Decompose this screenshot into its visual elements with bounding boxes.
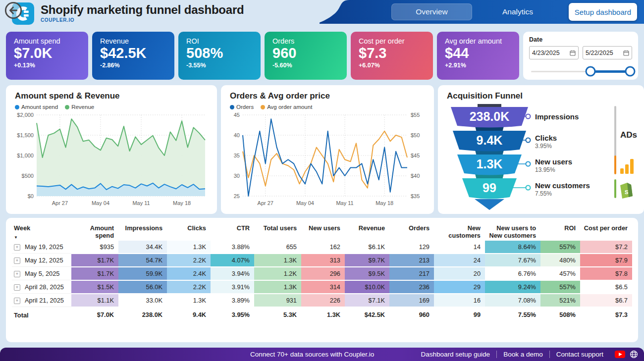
legend-item-revenue: Revenue: [65, 104, 94, 110]
svg-text:May 04: May 04: [92, 200, 109, 206]
footer-links: Dashboard setup guide Book a demo Contac…: [415, 350, 638, 359]
column-header-week[interactable]: Week▼: [12, 220, 71, 241]
column-header-cost-per-order[interactable]: Cost per order: [580, 220, 632, 241]
header: Shopify marketing funnel dashboard COUPL…: [0, 0, 644, 28]
table-row-may-19-2025[interactable]: +May 19, 2025$93534.4K1.3K3.88%655162$6.…: [12, 241, 632, 254]
legend-item-avg-order-amount: Avg order amount: [261, 104, 312, 110]
cell-new-customers: 29: [434, 280, 485, 294]
calendar-icon[interactable]: [570, 50, 576, 56]
start-date-input[interactable]: [532, 50, 568, 56]
expand-row-icon[interactable]: +: [14, 284, 20, 291]
back-button[interactable]: [4, 1, 23, 20]
tab-analytics[interactable]: Analytics: [493, 3, 542, 20]
cell-new-users: 226: [301, 294, 345, 307]
table-row-april-21-2025[interactable]: +April 21, 2025$1.1K33.0K1.3K3.89%931226…: [12, 294, 632, 307]
table-row-may-12-2025[interactable]: +May 12, 2025$1.7K54.7K2.2K4.07%1.3K313$…: [12, 254, 632, 267]
cell-roi: 457%: [540, 267, 580, 280]
svg-text:238.0K: 238.0K: [470, 109, 510, 123]
header-nav: Overview Analytics Setup dashboard: [320, 0, 644, 24]
column-header-new-users[interactable]: New users: [301, 220, 345, 241]
svg-text:30: 30: [234, 173, 240, 179]
svg-text:$40: $40: [411, 173, 420, 179]
week-cell: +May 19, 2025: [12, 241, 71, 254]
kpi-row: Amount spend$7.0K+0.13%Revenue$42.5K-2.8…: [6, 32, 638, 80]
svg-text:$45: $45: [411, 153, 420, 158]
column-header-new-users-to-new-customers[interactable]: New users to New customers: [485, 220, 540, 241]
column-header-amount-spend[interactable]: Amount spend: [71, 220, 118, 241]
end-date-input[interactable]: [586, 50, 621, 56]
cell-clicks: 1.3K: [167, 294, 211, 307]
column-header-revenue[interactable]: Revenue: [345, 220, 389, 241]
slider-handle-end[interactable]: [625, 66, 636, 77]
cell-ctr: 3.94%: [211, 267, 254, 280]
kpi-card-roi: ROI508%-3.55%: [178, 32, 261, 80]
total-new-customers: 99: [434, 307, 485, 323]
cell-ctr: 3.91%: [211, 280, 254, 294]
cell-new-customers: 14: [434, 241, 485, 254]
start-date-field[interactable]: [529, 46, 579, 59]
svg-text:$1,000: $1,000: [17, 153, 34, 158]
setup-dashboard-button[interactable]: Setup dashboard: [569, 3, 637, 21]
footer: Connect 70+ data sources with Coupler.io…: [0, 348, 644, 361]
week-filter-caret-icon[interactable]: ▼: [14, 235, 67, 240]
globe-icon[interactable]: [630, 350, 638, 359]
slider-handle-start[interactable]: [586, 66, 596, 77]
total-new-users: 1.3K: [301, 307, 345, 323]
column-header-ctr[interactable]: CTR: [211, 220, 254, 241]
youtube-icon[interactable]: [615, 351, 625, 358]
table-row-total: Total$7.0K238.0K9.4K3.95%5.3K1.3K$42.5K9…: [12, 307, 632, 323]
column-header-orders[interactable]: Orders: [389, 220, 434, 241]
chart-legend: Amount spendRevenue: [15, 104, 211, 110]
slider-active-range[interactable]: [590, 70, 630, 73]
column-header-clicks[interactable]: Clicks: [167, 220, 211, 241]
cell-clicks: 2.2K: [167, 254, 211, 267]
column-header-new-customers[interactable]: New customers: [434, 220, 485, 241]
cell-amount-spend: $1.5K: [71, 280, 118, 294]
tab-overview[interactable]: Overview: [391, 3, 472, 20]
week-cell: +April 28, 2025: [12, 280, 71, 294]
total-amount-spend: $7.0K: [71, 307, 118, 323]
table-row-may-5-2025[interactable]: +May 5, 2025$1.7K59.9K2.4K3.94%1.2K296$9…: [12, 267, 632, 280]
cell-revenue: $10.0K: [345, 280, 389, 294]
svg-text:3.95%: 3.95%: [535, 143, 552, 150]
column-header-roi[interactable]: ROI: [540, 220, 580, 241]
svg-text:May 11: May 11: [132, 200, 150, 206]
date-filter-label: Date: [529, 36, 632, 43]
column-header-total-users[interactable]: Total users: [254, 220, 301, 241]
calendar-icon[interactable]: [623, 50, 629, 56]
footer-link-contact-support[interactable]: Contact support: [550, 351, 610, 358]
svg-text:$1,500: $1,500: [17, 132, 34, 138]
svg-text:40: 40: [234, 132, 240, 138]
expand-row-icon[interactable]: +: [14, 244, 20, 251]
expand-row-icon[interactable]: +: [14, 258, 20, 264]
funnel-arrow: [475, 199, 504, 210]
kpi-label: Revenue: [100, 37, 166, 45]
svg-text:May 18: May 18: [376, 200, 393, 206]
kpi-label: Amount spend: [14, 37, 80, 45]
footer-link-setup-guide[interactable]: Dashboard setup guide: [415, 351, 497, 358]
kpi-delta: +6.07%: [359, 62, 425, 69]
cell-ctr: 3.88%: [211, 241, 254, 254]
cell-revenue: $6.1K: [345, 241, 389, 254]
footer-link-book-demo[interactable]: Book a demo: [497, 351, 549, 358]
kpi-delta: +0.13%: [14, 62, 80, 69]
svg-text:Apr 27: Apr 27: [52, 200, 68, 206]
cell-clicks: 1.3K: [167, 241, 211, 254]
kpi-delta: -3.55%: [186, 62, 253, 69]
end-date-field[interactable]: [583, 46, 632, 59]
total-new-users-to-new-customers: 7.55%: [485, 307, 540, 323]
cell-new-users-to-new-customers: 9.24%: [485, 280, 540, 294]
kpi-label: ROI: [186, 37, 253, 45]
total-orders: 960: [389, 307, 434, 323]
svg-text:45: 45: [234, 112, 240, 118]
cell-total-users: 1.3K: [254, 280, 301, 294]
cell-new-users-to-new-customers: 7.08%: [485, 294, 540, 307]
cell-new-users: 296: [301, 267, 345, 280]
column-header-impressions[interactable]: Impressions: [118, 220, 167, 241]
date-range-slider[interactable]: [531, 66, 630, 76]
table-row-april-28-2025[interactable]: +April 28, 2025$1.5K56.0K2.2K3.91%1.3K31…: [12, 280, 632, 294]
title-wrap: Shopify marketing funnel dashboard COUPL…: [41, 3, 244, 23]
expand-row-icon[interactable]: +: [14, 271, 20, 277]
expand-row-icon[interactable]: +: [14, 298, 20, 304]
kpi-card-orders: Orders960-5.60%: [265, 32, 347, 80]
